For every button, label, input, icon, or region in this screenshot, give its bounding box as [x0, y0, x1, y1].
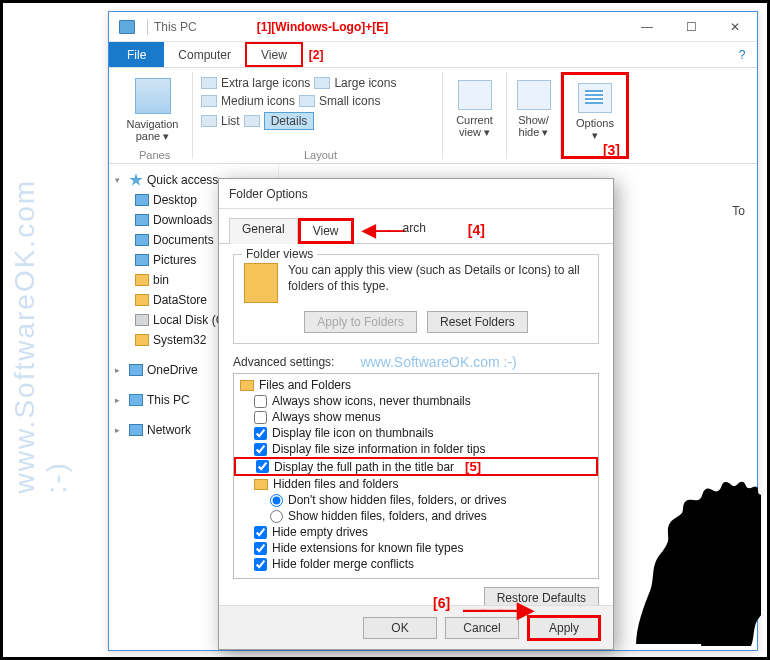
folder-views-legend: Folder views: [242, 247, 317, 261]
annotation-2: [2]: [309, 48, 324, 62]
watermark-inline: www.SoftwareOK.com :-): [360, 354, 516, 370]
drive-icon: [135, 314, 149, 326]
dialog-body: Folder views You can apply this view (su…: [219, 244, 613, 619]
advanced-settings-list[interactable]: Files and Folders Always show icons, nev…: [233, 373, 599, 579]
decorative-silhouette: [606, 441, 761, 651]
show-hide-button[interactable]: Show/ hide ▾: [515, 114, 552, 139]
reset-folders-button[interactable]: Reset Folders: [427, 311, 528, 333]
network-icon: [129, 424, 143, 436]
layout-icon: [201, 95, 217, 107]
adv-radio-item[interactable]: Don't show hidden files, folders, or dri…: [234, 492, 598, 508]
documents-icon: [135, 234, 149, 246]
layout-details[interactable]: Details: [264, 112, 315, 130]
adv-item-fullpath[interactable]: Display the full path in the title bar[5…: [234, 457, 598, 476]
layout-icon: [314, 77, 330, 89]
adv-hidden-group: Hidden files and folders: [234, 476, 598, 492]
this-pc-icon: [119, 20, 135, 34]
folder-options-dialog: Folder Options General View ◀—— arch [4]…: [218, 178, 614, 650]
tab-view[interactable]: View: [298, 218, 354, 244]
folder-icon: [254, 479, 268, 490]
folder-icon: [135, 274, 149, 286]
annotation-3: [3]: [603, 142, 620, 158]
adv-item[interactable]: Display file icon on thumbnails: [234, 425, 598, 441]
checkbox[interactable]: [254, 395, 267, 408]
folder-views-icon: [244, 263, 278, 303]
panes-group-label: Panes: [139, 149, 170, 161]
adv-item[interactable]: Hide empty drives: [234, 524, 598, 540]
star-icon: [129, 173, 143, 187]
folder-views-group: Folder views You can apply this view (su…: [233, 254, 599, 344]
options-icon: [578, 83, 612, 113]
adv-item[interactable]: Hide extensions for known file types: [234, 540, 598, 556]
ribbon-layout-group: Extra large iconsLarge icons Medium icon…: [193, 72, 443, 159]
ribbon: Navigation pane ▾ Extra large iconsLarge…: [109, 68, 757, 164]
this-pc-icon: [129, 394, 143, 406]
folder-icon: [135, 334, 149, 346]
annotation-5: [5]: [465, 459, 481, 474]
ribbon-panes-group: Navigation pane ▾: [113, 72, 193, 159]
column-header-fragment: To: [732, 204, 745, 218]
options-button[interactable]: Options ▾: [572, 117, 618, 142]
annotation-4: [4]: [468, 222, 485, 238]
dialog-title: Folder Options: [219, 179, 613, 209]
layout-medium[interactable]: Medium icons: [221, 94, 295, 108]
tab-general[interactable]: General: [229, 218, 298, 244]
layout-group-label: Layout: [304, 149, 337, 161]
show-hide-icon: [517, 80, 551, 110]
minimize-button[interactable]: —: [625, 13, 669, 41]
help-button[interactable]: ?: [727, 42, 757, 67]
advanced-settings-label: Advanced settings: www.SoftwareOK.com :-…: [233, 354, 599, 370]
layout-icon: [201, 115, 217, 127]
current-view-icon: [458, 80, 492, 110]
onedrive-icon: [129, 364, 143, 376]
menubar: File Computer View [2] ?: [109, 42, 757, 68]
dialog-footer: OK Cancel Apply: [219, 605, 613, 649]
navigation-pane-button[interactable]: Navigation pane ▾: [121, 118, 184, 143]
checkbox[interactable]: [254, 427, 267, 440]
downloads-icon: [135, 214, 149, 226]
window-buttons: — ☐ ✕: [625, 13, 757, 41]
computer-tab[interactable]: Computer: [164, 42, 245, 67]
close-button[interactable]: ✕: [713, 13, 757, 41]
layout-icon: [299, 95, 315, 107]
adv-item[interactable]: Always show icons, never thumbnails: [234, 393, 598, 409]
ribbon-show-hide-group: Show/ hide ▾: [507, 72, 561, 159]
folder-icon: [135, 294, 149, 306]
adv-radio-item[interactable]: Show hidden files, folders, and drives: [234, 508, 598, 524]
apply-to-folders-button[interactable]: Apply to Folders: [304, 311, 417, 333]
checkbox[interactable]: [254, 542, 267, 555]
checkbox[interactable]: [254, 443, 267, 456]
file-menu[interactable]: File: [109, 42, 164, 67]
ok-button[interactable]: OK: [363, 617, 437, 639]
checkbox[interactable]: [254, 558, 267, 571]
layout-small[interactable]: Small icons: [319, 94, 380, 108]
annotation-6: [6]: [433, 595, 450, 611]
watermark-left: www.SoftwareOK.com :-): [9, 167, 73, 494]
maximize-button[interactable]: ☐: [669, 13, 713, 41]
window-title: This PC: [154, 20, 197, 34]
layout-extra-large[interactable]: Extra large icons: [221, 76, 310, 90]
layout-large[interactable]: Large icons: [334, 76, 396, 90]
adv-item[interactable]: Hide folder merge conflicts: [234, 556, 598, 572]
tab-search-fragment[interactable]: arch: [403, 218, 438, 244]
layout-icon: [201, 77, 217, 89]
adv-item[interactable]: Display file size information in folder …: [234, 441, 598, 457]
pictures-icon: [135, 254, 149, 266]
arrow-icon: ◀——: [362, 219, 403, 241]
checkbox[interactable]: [254, 411, 267, 424]
folder-views-text: You can apply this view (such as Details…: [288, 263, 588, 294]
checkbox[interactable]: [254, 526, 267, 539]
desktop-icon: [135, 194, 149, 206]
radio[interactable]: [270, 510, 283, 523]
current-view-button[interactable]: Current view ▾: [451, 114, 498, 139]
apply-button[interactable]: Apply: [527, 615, 601, 641]
ribbon-options-group[interactable]: Options ▾ [3]: [561, 72, 629, 159]
layout-list[interactable]: List: [221, 114, 240, 128]
view-tab[interactable]: View: [245, 42, 303, 67]
folder-icon: [240, 380, 254, 391]
arrow-icon: ———▶: [463, 597, 530, 623]
checkbox[interactable]: [256, 460, 269, 473]
adv-item[interactable]: Always show menus: [234, 409, 598, 425]
divider: [147, 19, 148, 35]
radio[interactable]: [270, 494, 283, 507]
